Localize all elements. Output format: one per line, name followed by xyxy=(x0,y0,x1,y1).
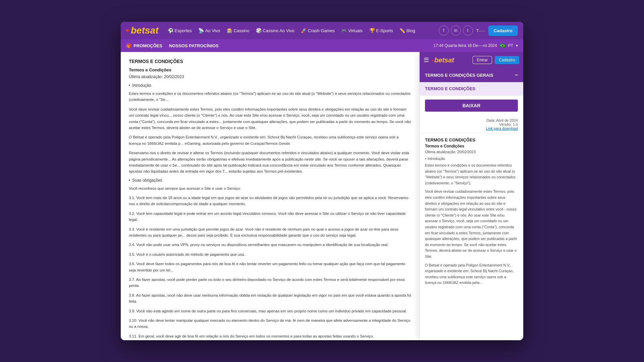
mobile-para3: O Betsat é operado pela Poligon Entertai… xyxy=(425,262,518,286)
instagram-letter: in xyxy=(454,28,457,33)
nav-label-esportes: Esportes xyxy=(174,28,192,33)
nav-label-cassino-ao-vivo: Cassino Ao Vivo xyxy=(263,28,294,33)
hamburger-icon[interactable]: ☰ xyxy=(424,56,429,64)
para7: 3.2. Você tem capacidade legal e pode en… xyxy=(129,210,411,223)
mobile-entrar-button[interactable]: Entrar xyxy=(473,56,492,64)
mobile-meta: Data: Abril de 2024 Versão: 1.0 Link par… xyxy=(420,116,523,133)
para9: 3.4. Você não pode usar uma VPN, proxy o… xyxy=(129,242,411,248)
lang-chevron: ▾ xyxy=(516,43,518,48)
section-intro: Introdução xyxy=(129,83,411,88)
meta-version: Versão: 1.0 xyxy=(425,122,518,126)
gift-icon: 🎁 xyxy=(126,43,131,48)
mobile-para1: Estes termos e condições e os documentos… xyxy=(425,163,518,186)
ao-vivo-icon: 📡 xyxy=(199,28,204,33)
doc-date: Última atualização: 20/02/2023 xyxy=(129,74,411,79)
mobile-para2: Você deve revisar cuidadosamente estes T… xyxy=(425,189,518,259)
nav-item-cassino[interactable]: 🎰 Cassino xyxy=(224,26,252,35)
para4: Reservamo-nos o direito de revisar e alt… xyxy=(129,150,411,175)
para2: Você deve revisar cuidadosamente estes T… xyxy=(129,106,411,131)
mobile-doc-subtitle: Termos e Condições xyxy=(425,144,518,148)
mobile-doc-section: TERMOS E CONDIÇÕES Termos e Condições Úl… xyxy=(420,133,523,293)
para15: 3.10. Você não deve tentar manipular qua… xyxy=(129,317,411,330)
secondary-nav: 🎁 PROMOÇÕES NOSSOS PATROCÍNIOS 17:44 Qua… xyxy=(121,39,523,52)
mobile-menu-items: TERMOS E CONDIÇÕES GERAIS − TERMOS E CON… xyxy=(420,68,523,96)
mobile-cadastro-button[interactable]: Cadastro xyxy=(495,56,519,64)
instagram-icon[interactable]: in xyxy=(451,25,461,36)
mobile-menu-gerais[interactable]: TERMOS E CONDIÇÕES GERAIS − xyxy=(420,68,523,82)
para3: O Betsat é operado pela Poligon Entertai… xyxy=(129,134,411,146)
collapse-icon: − xyxy=(515,72,518,78)
blog-icon: ✏️ xyxy=(400,28,405,33)
mobile-doc-date: Última atualização: 20/02/2023 xyxy=(425,150,518,154)
secondary-nav-right: 17:44 Quarta-feira 18 De----ro 2024 🇧🇷 P… xyxy=(433,43,518,48)
para11: 3.6. Você deve fazer todos os pagamentos… xyxy=(129,261,411,273)
doc-content: TERMOS E CONDIÇÕES Termos e Condições Úl… xyxy=(121,52,419,340)
para16: 3.11. Em geral, você deve agir de boa fé… xyxy=(129,333,411,339)
secondary-nav-left: 🎁 PROMOÇÕES NOSSOS PATROCÍNIOS xyxy=(126,43,219,48)
nav-item-ao-vivo[interactable]: 📡 Ao Vivo xyxy=(196,26,223,35)
section-obligations: Suas obrigações xyxy=(129,178,411,183)
datetime-text: 17:44 Quarta-feira 18 De----ro 2024 xyxy=(433,43,497,48)
mobile-doc-title: TERMOS E CONDIÇÕES xyxy=(425,137,518,142)
baixar-button[interactable]: BAIXAR xyxy=(425,100,518,112)
logo-text: betsat xyxy=(131,25,158,36)
nav-label-esports: E-Sports xyxy=(376,28,393,33)
mobile-header-right: Entrar Cadastro xyxy=(473,56,519,64)
mobile-header-left: ☰ ● betsat xyxy=(424,56,454,64)
nav-label-cassino: Cassino xyxy=(233,28,249,33)
meta-date: Data: Abril de 2024 xyxy=(425,118,518,122)
facebook-icon[interactable]: f xyxy=(439,25,449,36)
cadastro-button[interactable]: Cadastro xyxy=(488,25,518,36)
para13: 3.8. Ao fazer apostas, você não deve usa… xyxy=(129,292,411,305)
mobile-panel: ☰ ● betsat Entrar Cadastro TERMOS E COND… xyxy=(419,52,523,340)
nav-items: ⚽ Esportes 📡 Ao Vivo 🎰 Cassino 🎲 Cassino… xyxy=(165,26,434,35)
para6: 3.1. Você tem mais de 18 anos ou a idade… xyxy=(129,195,411,207)
main-content: TERMOS E CONDIÇÕES Termos e Condições Úl… xyxy=(121,52,523,340)
nav-label-blog: Blog xyxy=(407,28,415,33)
nav-label-ao-vivo: Ao Vivo xyxy=(205,28,220,33)
para8: 3.3. Você é residente em uma jurisdição … xyxy=(129,226,411,239)
para14: 3.9. Você não está agindo em nome de out… xyxy=(129,308,411,314)
esports-icon: 🏆 xyxy=(369,28,375,33)
mobile-menu-termos[interactable]: TERMOS E CONDIÇÕES xyxy=(420,82,523,95)
lang-text: PT xyxy=(508,43,513,48)
doc-title: TERMOS E CONDIÇÕES xyxy=(129,59,411,64)
cassino-icon: 🎰 xyxy=(227,28,232,33)
user-area: T····· xyxy=(476,28,485,33)
para12: 3.7. Ao fazer apostas, você pode perder … xyxy=(129,277,411,289)
cassino-ao-vivo-icon: 🎲 xyxy=(256,28,261,33)
download-link[interactable]: Link para download xyxy=(425,126,518,130)
browser-window: betsat ⚽ Esportes 📡 Ao Vivo 🎰 Cassino 🎲 … xyxy=(121,22,523,340)
nav-label-virtuais: Virtuais xyxy=(348,28,363,33)
para10: 3.5. Você é o usuário autorizado do méto… xyxy=(129,251,411,257)
virtuais-icon: 🎮 xyxy=(341,28,347,33)
nav-right: f in t T····· Cadastro xyxy=(439,25,518,36)
patrocinios-label: NOSSOS PATROCÍNIOS xyxy=(169,43,219,48)
patrocinios-item[interactable]: NOSSOS PATROCÍNIOS xyxy=(169,43,219,48)
nav-item-cassino-ao-vivo[interactable]: 🎲 Cassino Ao Vivo xyxy=(253,26,297,35)
logo[interactable]: betsat xyxy=(126,25,158,36)
mobile-intro-bullet: • Introdução xyxy=(425,157,518,161)
nav-item-crash-games[interactable]: 🚀 Crash Games xyxy=(299,26,337,35)
promocoes-label: PROMOÇÕES xyxy=(133,43,162,48)
nav-item-esports[interactable]: 🏆 E-Sports xyxy=(367,26,396,35)
para5: Você reconhece que sempre que acessar o … xyxy=(129,185,411,191)
bullet-dot: • xyxy=(425,157,426,161)
mobile-intro-text: Introdução xyxy=(428,157,445,161)
twitter-icon[interactable]: t xyxy=(463,25,473,36)
facebook-letter: f xyxy=(443,28,444,33)
nav-item-blog[interactable]: ✏️ Blog xyxy=(397,26,418,35)
doc-subtitle: Termos e Condições xyxy=(129,67,411,72)
mobile-logo[interactable]: ● betsat xyxy=(432,56,454,64)
nav-label-crash-games: Crash Games xyxy=(308,28,335,33)
mobile-menu-gerais-label: TERMOS E CONDIÇÕES GERAIS xyxy=(425,73,493,78)
mobile-logo-dot: ● xyxy=(432,58,434,62)
promocoes-item[interactable]: 🎁 PROMOÇÕES xyxy=(126,43,162,48)
mobile-header: ☰ ● betsat Entrar Cadastro xyxy=(420,52,523,68)
nav-item-virtuais[interactable]: 🎮 Virtuais xyxy=(339,26,365,35)
social-icons: f in t xyxy=(439,25,473,36)
logo-dot xyxy=(126,29,129,32)
flag-icon: 🇧🇷 xyxy=(500,43,505,48)
nav-item-esportes[interactable]: ⚽ Esportes xyxy=(165,26,194,35)
top-nav: betsat ⚽ Esportes 📡 Ao Vivo 🎰 Cassino 🎲 … xyxy=(121,22,523,39)
